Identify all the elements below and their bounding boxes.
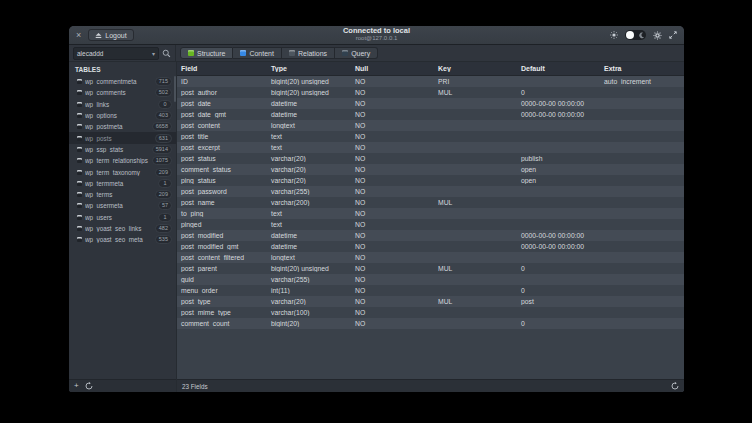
cell: varchar(200) xyxy=(267,199,351,206)
cell: NO xyxy=(351,320,434,327)
cell: NO xyxy=(351,276,434,283)
table-name: wp_termmeta xyxy=(85,180,155,187)
sidebar-item-wp_users[interactable]: wp_users1 xyxy=(69,212,176,223)
sidebar-item-wp_postmeta[interactable]: wp_postmeta6658 xyxy=(69,121,176,132)
cell: comment_status xyxy=(177,166,267,173)
table-row-post_status[interactable]: post_statusvarchar(20)NOpublish xyxy=(177,153,684,164)
refresh-structure-icon[interactable] xyxy=(671,382,679,390)
close-window-icon[interactable]: × xyxy=(76,31,81,40)
tab-relations[interactable]: Relations xyxy=(282,47,335,59)
row-count-badge: 6658 xyxy=(152,122,172,131)
cell: ID xyxy=(177,78,267,85)
table-row-to_ping[interactable]: to_pingtextNO xyxy=(177,208,684,219)
cell: datetime xyxy=(267,100,351,107)
table-row-post_date_gmt[interactable]: post_date_gmtdatetimeNO0000-00-00 00:00:… xyxy=(177,109,684,120)
tab-content[interactable]: Content xyxy=(233,47,282,59)
cell: 0000-00-00 00:00:00 xyxy=(517,100,600,107)
eject-icon xyxy=(95,32,102,39)
logout-button[interactable]: Logout xyxy=(88,29,133,41)
table-row-post_excerpt[interactable]: post_excerpttextNO xyxy=(177,142,684,153)
table-row-guid[interactable]: guidvarchar(255)NO xyxy=(177,274,684,285)
column-header-key[interactable]: Key xyxy=(434,65,517,72)
table-row-ping_status[interactable]: ping_statusvarchar(20)NOopen xyxy=(177,175,684,186)
table-row-post_title[interactable]: post_titletextNO xyxy=(177,131,684,142)
search-icon[interactable] xyxy=(162,49,171,58)
cell: post_date xyxy=(177,100,267,107)
sidebar-item-wp_ssp_stats[interactable]: wp_ssp_stats5914 xyxy=(69,144,176,155)
cell: guid xyxy=(177,276,267,283)
table-row-post_modified_gmt[interactable]: post_modified_gmtdatetimeNO0000-00-00 00… xyxy=(177,241,684,252)
table-row-pinged[interactable]: pingedtextNO xyxy=(177,219,684,230)
cell: NO xyxy=(351,166,434,173)
sidebar-item-wp_term_relationships[interactable]: wp_term_relationships1075 xyxy=(69,155,176,166)
cell: int(11) xyxy=(267,287,351,294)
sidebar-item-wp_terms[interactable]: wp_terms209 xyxy=(69,189,176,200)
table-row-post_content[interactable]: post_contentlongtextNO xyxy=(177,120,684,131)
tab-structure[interactable]: Structure xyxy=(180,47,233,59)
table-row-post_author[interactable]: post_authorbigint(20) unsignedNOMUL0 xyxy=(177,87,684,98)
sidebar-item-wp_options[interactable]: wp_options403 xyxy=(69,110,176,121)
sidebar-scrollbar[interactable] xyxy=(174,76,176,102)
table-row-post_date[interactable]: post_datedatetimeNO0000-00-00 00:00:00 xyxy=(177,98,684,109)
tab-query[interactable]: Query xyxy=(335,47,378,59)
cell: NO xyxy=(351,232,434,239)
sidebar-item-wp_term_taxonomy[interactable]: wp_term_taxonomy209 xyxy=(69,166,176,177)
sidebar-item-wp_termmeta[interactable]: wp_termmeta1 xyxy=(69,178,176,189)
cell: varchar(20) xyxy=(267,166,351,173)
table-icon xyxy=(77,79,82,84)
sidebar: TABLES wp_commentmeta715wp_comments502wp… xyxy=(69,62,177,392)
column-header-extra[interactable]: Extra xyxy=(600,65,684,72)
table-row-post_content_filtered[interactable]: post_content_filteredlongtextNO xyxy=(177,252,684,263)
sidebar-item-wp_links[interactable]: wp_links0 xyxy=(69,99,176,110)
table-row-post_parent[interactable]: post_parentbigint(20) unsignedNOMUL0 xyxy=(177,263,684,274)
column-header-default[interactable]: Default xyxy=(517,65,600,72)
moon-icon xyxy=(638,32,645,39)
column-header-type[interactable]: Type xyxy=(267,65,351,72)
table-name: wp_comments xyxy=(85,89,152,96)
cell: 0 xyxy=(517,287,600,294)
row-count-badge: 0 xyxy=(158,100,172,109)
database-selector[interactable]: alecaddd ▾ xyxy=(73,47,159,60)
sidebar-item-wp_usermeta[interactable]: wp_usermeta57 xyxy=(69,200,176,211)
table-row-post_password[interactable]: post_passwordvarchar(255)NO xyxy=(177,186,684,197)
table-row-menu_order[interactable]: menu_orderint(11)NO0 xyxy=(177,285,684,296)
dark-mode-toggle[interactable] xyxy=(625,30,646,40)
table-name: wp_posts xyxy=(85,135,152,142)
table-row-post_mime_type[interactable]: post_mime_typevarchar(100)NO xyxy=(177,307,684,318)
table-empty-area xyxy=(177,329,684,379)
sidebar-item-wp_posts[interactable]: wp_posts631 xyxy=(69,132,176,143)
logout-label: Logout xyxy=(105,32,126,39)
column-header-null[interactable]: Null xyxy=(351,65,434,72)
cell: bigint(20) unsigned xyxy=(267,265,351,272)
table-icon xyxy=(77,203,82,208)
cell: NO xyxy=(351,221,434,228)
table-row-post_name[interactable]: post_namevarchar(200)NOMUL xyxy=(177,197,684,208)
table-row-post_modified[interactable]: post_modifieddatetimeNO0000-00-00 00:00:… xyxy=(177,230,684,241)
add-table-button[interactable]: + xyxy=(74,382,79,390)
expand-icon[interactable] xyxy=(669,31,677,39)
table-row-comment_count[interactable]: comment_countbigint(20)NO0 xyxy=(177,318,684,329)
table-row-comment_status[interactable]: comment_statusvarchar(20)NOopen xyxy=(177,164,684,175)
refresh-tables-icon[interactable] xyxy=(85,382,93,390)
table-row-ID[interactable]: IDbigint(20) unsignedNOPRIauto_increment xyxy=(177,76,684,87)
table-icon xyxy=(77,226,82,231)
table-name: wp_terms xyxy=(85,191,152,198)
sidebar-item-wp_yoast_seo_links[interactable]: wp_yoast_seo_links482 xyxy=(69,223,176,234)
cell: varchar(20) xyxy=(267,298,351,305)
table-icon xyxy=(77,147,82,152)
gear-icon[interactable] xyxy=(653,31,662,40)
sidebar-item-wp_commentmeta[interactable]: wp_commentmeta715 xyxy=(69,76,176,87)
cell: NO xyxy=(351,100,434,107)
structure-icon xyxy=(188,50,194,56)
cell: NO xyxy=(351,199,434,206)
cell: NO xyxy=(351,188,434,195)
sidebar-item-wp_comments[interactable]: wp_comments502 xyxy=(69,87,176,98)
table-row-post_type[interactable]: post_typevarchar(20)NOMULpost xyxy=(177,296,684,307)
cell: datetime xyxy=(267,232,351,239)
cell: MUL xyxy=(434,298,517,305)
row-count-badge: 5914 xyxy=(152,145,172,154)
table-icon xyxy=(77,124,82,129)
sidebar-item-wp_yoast_seo_meta[interactable]: wp_yoast_seo_meta535 xyxy=(69,234,176,245)
column-header-field[interactable]: Field xyxy=(177,65,267,72)
toolbar: alecaddd ▾ StructureContentRelationsQuer… xyxy=(69,45,684,62)
